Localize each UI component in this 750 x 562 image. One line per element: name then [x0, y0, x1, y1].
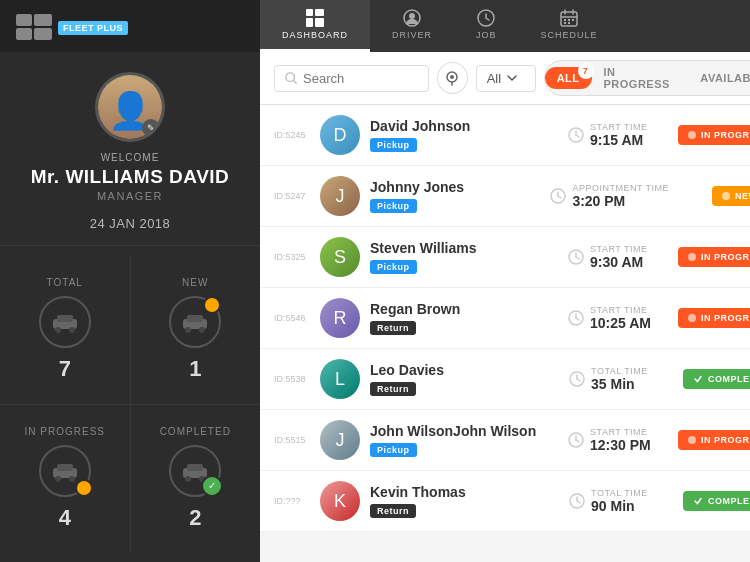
stat-new-icon	[169, 296, 221, 348]
stat-completed-icon	[169, 445, 221, 497]
job-tag: Pickup	[370, 260, 417, 274]
all-dropdown[interactable]: All	[476, 65, 536, 92]
job-item[interactable]: ID:5538 L Leo Davies Return TOTAL TIME 3…	[260, 349, 750, 410]
dashboard-icon	[306, 9, 324, 27]
svg-rect-13	[57, 464, 73, 471]
status-text: IN PROGRESS	[701, 313, 750, 323]
job-item[interactable]: ID:??? K Kevin Thomas Return TOTAL TIME …	[260, 471, 750, 532]
nav-driver[interactable]: DRIVER	[370, 0, 454, 52]
nav-dashboard[interactable]: DASHBOARD	[260, 0, 370, 52]
sidebar-date: 24 JAN 2018	[90, 216, 171, 231]
stats-section: TOTAL 7 NEW	[0, 246, 260, 562]
job-info: Kevin Thomas Return	[370, 484, 559, 518]
job-avatar: D	[320, 115, 360, 155]
status-text: IN PROGRESS	[701, 435, 750, 445]
power-button[interactable]	[739, 0, 750, 52]
job-time-wrap: TOTAL TIME 35 Min	[569, 366, 669, 392]
time-label: START TIME	[590, 427, 651, 437]
status-badge: IN PROGRESS	[678, 308, 750, 328]
stat-new-label: NEW	[182, 277, 208, 288]
job-item[interactable]: ID:5247 J Johnny Jones Pickup APPOINTMEN…	[260, 166, 750, 227]
job-id: ID:5247	[274, 191, 310, 201]
tab-inprogress[interactable]: IN PROGRESS	[592, 61, 689, 95]
time-label: START TIME	[590, 305, 651, 315]
job-tag: Return	[370, 504, 416, 518]
job-info: Johnny Jones Pickup	[370, 179, 540, 213]
car-inprogress-icon	[51, 460, 79, 482]
svg-line-54	[576, 318, 579, 320]
svg-point-18	[185, 476, 191, 482]
sidebar: FLEET PLUS 👤 ✎ WELCOME Mr. WILLIAMS DAVI…	[0, 0, 260, 562]
stat-total-label: TOTAL	[47, 277, 83, 288]
job-avatar: J	[320, 176, 360, 216]
avatar: 👤 ✎	[95, 72, 165, 142]
clock-icon	[550, 188, 566, 204]
job-list: ID:5245 D David Johnson Pickup START TIM…	[260, 105, 750, 562]
job-status: IN PROGRESS	[678, 247, 750, 267]
search-input[interactable]	[303, 71, 418, 86]
car-icon	[51, 311, 79, 333]
job-item[interactable]: ID:5245 D David Johnson Pickup START TIM…	[260, 105, 750, 166]
status-text: COMPLETED	[708, 374, 750, 384]
job-id: ID:5245	[274, 130, 310, 140]
job-info: Regan Brown Return	[370, 301, 558, 335]
job-status: NEW ★	[679, 186, 750, 206]
status-badge: IN PROGRESS	[678, 430, 750, 450]
status-text: NEW ★	[735, 191, 750, 201]
svg-rect-31	[564, 19, 566, 21]
search-wrap[interactable]	[274, 65, 429, 92]
clock-icon	[569, 371, 585, 387]
svg-line-57	[577, 379, 580, 381]
stat-inprogress-value: 4	[59, 505, 71, 531]
tab-all[interactable]: ALL 7	[545, 67, 592, 89]
svg-rect-23	[315, 18, 324, 27]
stat-inprogress-label: IN PROGRESS	[25, 426, 105, 437]
svg-line-48	[558, 196, 561, 198]
job-status: IN PROGRESS	[678, 308, 750, 328]
job-id: ID:5538	[274, 374, 310, 384]
clock-icon	[568, 127, 584, 143]
clock-icon	[568, 432, 584, 448]
filter-bar: All ALL 7 IN PROGRESS AVAILABLE	[260, 52, 750, 105]
tab-available[interactable]: AVAILABLE	[688, 67, 750, 89]
time-value: 9:15 AM	[590, 132, 647, 148]
job-time-info: START TIME 10:25 AM	[590, 305, 651, 331]
job-tag: Return	[370, 382, 416, 396]
nav-dashboard-label: DASHBOARD	[282, 30, 348, 40]
nav-job-label: JOB	[476, 30, 497, 40]
svg-rect-21	[315, 9, 324, 16]
job-tag: Return	[370, 321, 416, 335]
job-item[interactable]: ID:5546 R Regan Brown Return START TIME …	[260, 288, 750, 349]
job-time-info: START TIME 9:15 AM	[590, 122, 647, 148]
svg-line-63	[577, 501, 580, 503]
nav-driver-label: DRIVER	[392, 30, 432, 40]
job-tag: Pickup	[370, 199, 417, 213]
nav-schedule-label: SCHEDULE	[541, 30, 598, 40]
avatar-badge: ✎	[142, 119, 160, 137]
nav-job[interactable]: JOB	[454, 0, 519, 52]
job-time-info: START TIME 9:30 AM	[590, 244, 647, 270]
job-name: Kevin Thomas	[370, 484, 559, 500]
job-avatar: S	[320, 237, 360, 277]
nav-schedule[interactable]: SCHEDULE	[519, 0, 620, 52]
stat-total: TOTAL 7	[0, 256, 131, 404]
time-value: 90 Min	[591, 498, 648, 514]
time-value: 35 Min	[591, 376, 648, 392]
job-info: David Johnson Pickup	[370, 118, 558, 152]
job-name: Leo Davies	[370, 362, 559, 378]
svg-rect-22	[306, 18, 313, 27]
job-avatar: K	[320, 481, 360, 521]
dropdown-label: All	[487, 71, 501, 86]
status-badge: IN PROGRESS	[678, 125, 750, 145]
clock-icon	[569, 493, 585, 509]
search-icon	[285, 71, 297, 85]
job-time-wrap: APPOINTMENT TIME 3:20 PM	[550, 183, 669, 209]
svg-point-15	[69, 476, 75, 482]
svg-rect-33	[572, 19, 574, 21]
job-item[interactable]: ID:5325 S Steven Williams Pickup START T…	[260, 227, 750, 288]
map-button[interactable]	[437, 62, 468, 94]
job-item[interactable]: ID:5515 J John WilsonJohn Wilson Pickup …	[260, 410, 750, 471]
main-panel: DASHBOARD DRIVER JOB	[260, 0, 750, 562]
job-time-info: APPOINTMENT TIME 3:20 PM	[572, 183, 669, 209]
driver-icon	[403, 9, 421, 27]
